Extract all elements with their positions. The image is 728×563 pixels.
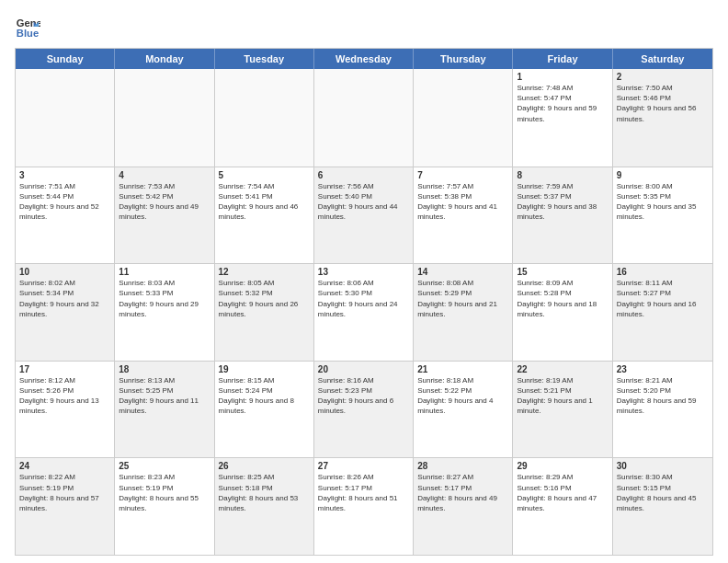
day-cell-25: 25Sunrise: 8:23 AM Sunset: 5:19 PM Dayli… bbox=[115, 458, 214, 555]
day-number: 23 bbox=[617, 364, 709, 374]
day-info: Sunrise: 8:16 AM Sunset: 5:23 PM Dayligh… bbox=[318, 375, 409, 417]
day-info: Sunrise: 8:22 AM Sunset: 5:19 PM Dayligh… bbox=[19, 472, 110, 513]
day-cell-16: 16Sunrise: 8:11 AM Sunset: 5:27 PM Dayli… bbox=[613, 264, 712, 361]
day-cell-24: 24Sunrise: 8:22 AM Sunset: 5:19 PM Dayli… bbox=[16, 458, 115, 555]
day-info: Sunrise: 8:12 AM Sunset: 5:26 PM Dayligh… bbox=[19, 375, 110, 417]
day-number: 8 bbox=[517, 170, 608, 180]
day-info: Sunrise: 8:08 AM Sunset: 5:29 PM Dayligh… bbox=[417, 278, 508, 319]
day-number: 28 bbox=[417, 461, 508, 471]
day-number: 10 bbox=[19, 267, 110, 277]
day-cell-27: 27Sunrise: 8:26 AM Sunset: 5:17 PM Dayli… bbox=[314, 458, 414, 555]
day-info: Sunrise: 8:27 AM Sunset: 5:17 PM Dayligh… bbox=[417, 472, 508, 513]
day-cell-23: 23Sunrise: 8:21 AM Sunset: 5:20 PM Dayli… bbox=[613, 362, 712, 458]
day-number: 11 bbox=[119, 267, 210, 277]
day-number: 29 bbox=[517, 461, 608, 471]
day-of-week-monday: Monday bbox=[115, 49, 214, 69]
day-cell-17: 17Sunrise: 8:12 AM Sunset: 5:26 PM Dayli… bbox=[16, 362, 115, 458]
day-cell-30: 30Sunrise: 8:30 AM Sunset: 5:15 PM Dayli… bbox=[613, 458, 712, 555]
day-info: Sunrise: 8:02 AM Sunset: 5:34 PM Dayligh… bbox=[19, 278, 110, 319]
day-number: 22 bbox=[517, 364, 608, 374]
day-info: Sunrise: 8:25 AM Sunset: 5:18 PM Dayligh… bbox=[219, 472, 310, 513]
empty-cell bbox=[215, 69, 314, 167]
page: General Blue SundayMondayTuesdayWednesda… bbox=[0, 0, 728, 563]
day-cell-28: 28Sunrise: 8:27 AM Sunset: 5:17 PM Dayli… bbox=[414, 458, 513, 555]
day-cell-9: 9Sunrise: 8:00 AM Sunset: 5:35 PM Daylig… bbox=[613, 167, 712, 264]
calendar-row-0: 1Sunrise: 7:48 AM Sunset: 5:47 PM Daylig… bbox=[16, 69, 712, 167]
day-cell-1: 1Sunrise: 7:48 AM Sunset: 5:47 PM Daylig… bbox=[513, 69, 612, 167]
day-cell-2: 2Sunrise: 7:50 AM Sunset: 5:46 PM Daylig… bbox=[613, 69, 712, 167]
day-cell-6: 6Sunrise: 7:56 AM Sunset: 5:40 PM Daylig… bbox=[314, 167, 414, 264]
svg-text:General: General bbox=[17, 17, 40, 29]
calendar-row-4: 24Sunrise: 8:22 AM Sunset: 5:19 PM Dayli… bbox=[16, 457, 712, 555]
day-cell-7: 7Sunrise: 7:57 AM Sunset: 5:38 PM Daylig… bbox=[414, 167, 513, 264]
day-number: 16 bbox=[617, 267, 709, 277]
day-number: 20 bbox=[318, 364, 409, 374]
day-number: 9 bbox=[617, 170, 709, 180]
day-cell-22: 22Sunrise: 8:19 AM Sunset: 5:21 PM Dayli… bbox=[513, 362, 612, 458]
day-info: Sunrise: 8:03 AM Sunset: 5:33 PM Dayligh… bbox=[119, 278, 210, 319]
day-info: Sunrise: 8:19 AM Sunset: 5:21 PM Dayligh… bbox=[517, 375, 608, 417]
day-number: 27 bbox=[318, 461, 409, 471]
day-number: 3 bbox=[19, 170, 110, 180]
day-info: Sunrise: 7:50 AM Sunset: 5:46 PM Dayligh… bbox=[617, 83, 709, 124]
empty-cell bbox=[16, 69, 115, 167]
calendar: SundayMondayTuesdayWednesdayThursdayFrid… bbox=[15, 48, 713, 556]
calendar-row-1: 3Sunrise: 7:51 AM Sunset: 5:44 PM Daylig… bbox=[16, 167, 712, 264]
day-info: Sunrise: 8:30 AM Sunset: 5:15 PM Dayligh… bbox=[617, 472, 709, 513]
day-of-week-sunday: Sunday bbox=[16, 49, 115, 69]
day-info: Sunrise: 7:48 AM Sunset: 5:47 PM Dayligh… bbox=[517, 83, 608, 124]
calendar-row-3: 17Sunrise: 8:12 AM Sunset: 5:26 PM Dayli… bbox=[16, 361, 712, 458]
svg-text:Blue: Blue bbox=[17, 28, 39, 39]
calendar-body: 1Sunrise: 7:48 AM Sunset: 5:47 PM Daylig… bbox=[16, 69, 712, 555]
day-info: Sunrise: 7:51 AM Sunset: 5:44 PM Dayligh… bbox=[19, 181, 110, 223]
day-cell-12: 12Sunrise: 8:05 AM Sunset: 5:32 PM Dayli… bbox=[215, 264, 314, 361]
day-cell-13: 13Sunrise: 8:06 AM Sunset: 5:30 PM Dayli… bbox=[314, 264, 414, 361]
day-of-week-tuesday: Tuesday bbox=[215, 49, 314, 69]
day-number: 25 bbox=[119, 461, 210, 471]
day-number: 21 bbox=[417, 364, 508, 374]
day-info: Sunrise: 8:29 AM Sunset: 5:16 PM Dayligh… bbox=[517, 472, 608, 513]
day-number: 7 bbox=[417, 170, 508, 180]
day-cell-19: 19Sunrise: 8:15 AM Sunset: 5:24 PM Dayli… bbox=[215, 362, 314, 458]
day-number: 2 bbox=[617, 72, 709, 82]
day-of-week-thursday: Thursday bbox=[414, 49, 513, 69]
day-number: 15 bbox=[517, 267, 608, 277]
empty-cell bbox=[115, 69, 214, 167]
day-number: 12 bbox=[219, 267, 310, 277]
day-info: Sunrise: 8:00 AM Sunset: 5:35 PM Dayligh… bbox=[617, 181, 709, 223]
day-info: Sunrise: 7:56 AM Sunset: 5:40 PM Dayligh… bbox=[318, 181, 409, 223]
logo: General Blue bbox=[15, 15, 44, 40]
empty-cell bbox=[314, 69, 414, 167]
day-cell-4: 4Sunrise: 7:53 AM Sunset: 5:42 PM Daylig… bbox=[115, 167, 214, 264]
day-cell-8: 8Sunrise: 7:59 AM Sunset: 5:37 PM Daylig… bbox=[513, 167, 612, 264]
day-of-week-saturday: Saturday bbox=[613, 49, 712, 69]
day-number: 17 bbox=[19, 364, 110, 374]
day-number: 6 bbox=[318, 170, 409, 180]
day-number: 13 bbox=[318, 267, 409, 277]
empty-cell bbox=[414, 69, 513, 167]
day-cell-11: 11Sunrise: 8:03 AM Sunset: 5:33 PM Dayli… bbox=[115, 264, 214, 361]
day-number: 14 bbox=[417, 267, 508, 277]
logo-icon: General Blue bbox=[15, 15, 40, 40]
day-info: Sunrise: 7:59 AM Sunset: 5:37 PM Dayligh… bbox=[517, 181, 608, 223]
day-cell-21: 21Sunrise: 8:18 AM Sunset: 5:22 PM Dayli… bbox=[414, 362, 513, 458]
day-number: 30 bbox=[617, 461, 709, 471]
day-info: Sunrise: 7:54 AM Sunset: 5:41 PM Dayligh… bbox=[219, 181, 310, 223]
day-info: Sunrise: 8:15 AM Sunset: 5:24 PM Dayligh… bbox=[219, 375, 310, 417]
day-info: Sunrise: 8:26 AM Sunset: 5:17 PM Dayligh… bbox=[318, 472, 409, 513]
day-number: 18 bbox=[119, 364, 210, 374]
day-info: Sunrise: 8:23 AM Sunset: 5:19 PM Dayligh… bbox=[119, 472, 210, 513]
day-info: Sunrise: 8:11 AM Sunset: 5:27 PM Dayligh… bbox=[617, 278, 709, 319]
day-info: Sunrise: 8:05 AM Sunset: 5:32 PM Dayligh… bbox=[219, 278, 310, 319]
day-cell-20: 20Sunrise: 8:16 AM Sunset: 5:23 PM Dayli… bbox=[314, 362, 414, 458]
day-info: Sunrise: 7:53 AM Sunset: 5:42 PM Dayligh… bbox=[119, 181, 210, 223]
day-number: 4 bbox=[119, 170, 210, 180]
day-number: 1 bbox=[517, 72, 608, 82]
day-cell-26: 26Sunrise: 8:25 AM Sunset: 5:18 PM Dayli… bbox=[215, 458, 314, 555]
day-of-week-friday: Friday bbox=[513, 49, 612, 69]
day-of-week-wednesday: Wednesday bbox=[314, 49, 414, 69]
day-info: Sunrise: 8:06 AM Sunset: 5:30 PM Dayligh… bbox=[318, 278, 409, 319]
day-cell-29: 29Sunrise: 8:29 AM Sunset: 5:16 PM Dayli… bbox=[513, 458, 612, 555]
day-cell-3: 3Sunrise: 7:51 AM Sunset: 5:44 PM Daylig… bbox=[16, 167, 115, 264]
day-cell-5: 5Sunrise: 7:54 AM Sunset: 5:41 PM Daylig… bbox=[215, 167, 314, 264]
